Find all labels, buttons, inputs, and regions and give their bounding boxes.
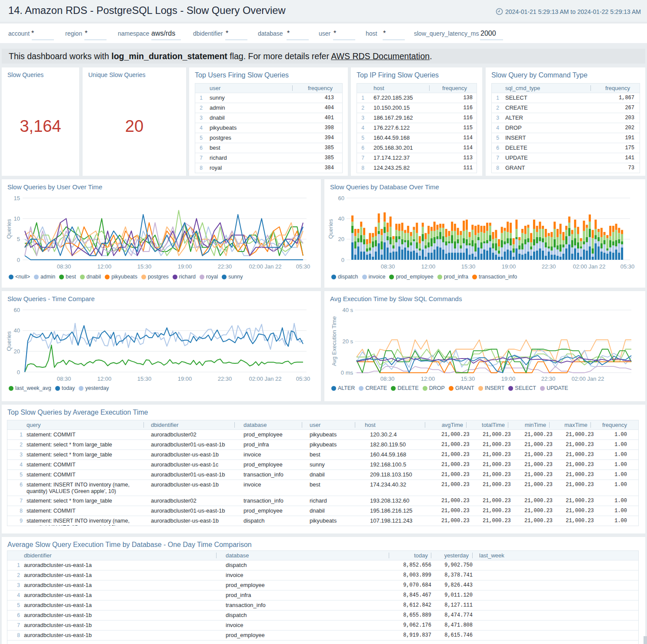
svg-text:08:30: 08:30 <box>380 376 395 382</box>
svg-text:19:00: 19:00 <box>178 376 192 382</box>
svg-text:40: 40 <box>14 327 20 334</box>
svg-text:Queries: Queries <box>327 219 334 239</box>
svg-text:05:30: 05:30 <box>620 263 635 270</box>
svg-text:12:00: 12:00 <box>97 376 112 382</box>
svg-text:08:30: 08:30 <box>57 263 71 270</box>
svg-text:15: 15 <box>14 195 20 201</box>
svg-text:40 s: 40 s <box>342 307 353 313</box>
svg-text:19:00: 19:00 <box>502 263 516 270</box>
svg-text:0: 0 <box>341 257 344 263</box>
svg-text:20: 20 <box>338 236 344 242</box>
svg-text:22:30: 22:30 <box>542 263 556 270</box>
svg-text:05:30: 05:30 <box>296 263 310 270</box>
svg-text:19:00: 19:00 <box>501 376 516 382</box>
svg-text:20 s: 20 s <box>342 338 353 345</box>
svg-text:0: 0 <box>17 257 20 263</box>
svg-text:12:00: 12:00 <box>421 376 435 382</box>
svg-text:5: 5 <box>17 236 20 242</box>
svg-text:22:30: 22:30 <box>541 376 556 382</box>
svg-text:02:00 Jan 22: 02:00 Jan 22 <box>249 263 281 270</box>
svg-text:08:30: 08:30 <box>381 263 395 270</box>
svg-text:08:30: 08:30 <box>57 376 71 382</box>
svg-text:Avg Execution Time: Avg Execution Time <box>331 316 337 366</box>
svg-text:02:00 Jan 22: 02:00 Jan 22 <box>573 263 605 270</box>
svg-text:02:00 Jan 22: 02:00 Jan 22 <box>249 376 281 382</box>
svg-text:10: 10 <box>14 215 20 222</box>
svg-text:Queries: Queries <box>6 331 12 351</box>
svg-text:22:30: 22:30 <box>218 263 232 270</box>
svg-text:12:00: 12:00 <box>421 263 436 270</box>
svg-text:60: 60 <box>14 307 20 313</box>
svg-text:15:30: 15:30 <box>461 376 475 382</box>
svg-text:22:30: 22:30 <box>218 376 232 382</box>
svg-text:60: 60 <box>338 195 344 201</box>
svg-text:15:30: 15:30 <box>137 376 152 382</box>
svg-text:05:30: 05:30 <box>296 376 310 382</box>
svg-text:02:00 Jan 22: 02:00 Jan 22 <box>571 376 604 382</box>
svg-text:40: 40 <box>338 215 344 222</box>
svg-text:0: 0 <box>17 369 20 376</box>
svg-text:20: 20 <box>14 348 20 355</box>
svg-text:0 ms: 0 ms <box>341 369 354 376</box>
svg-text:Queries: Queries <box>6 219 12 239</box>
svg-text:19:00: 19:00 <box>178 263 192 270</box>
svg-text:15:30: 15:30 <box>137 263 152 270</box>
svg-text:12:00: 12:00 <box>97 263 112 270</box>
svg-text:15:30: 15:30 <box>461 263 476 270</box>
